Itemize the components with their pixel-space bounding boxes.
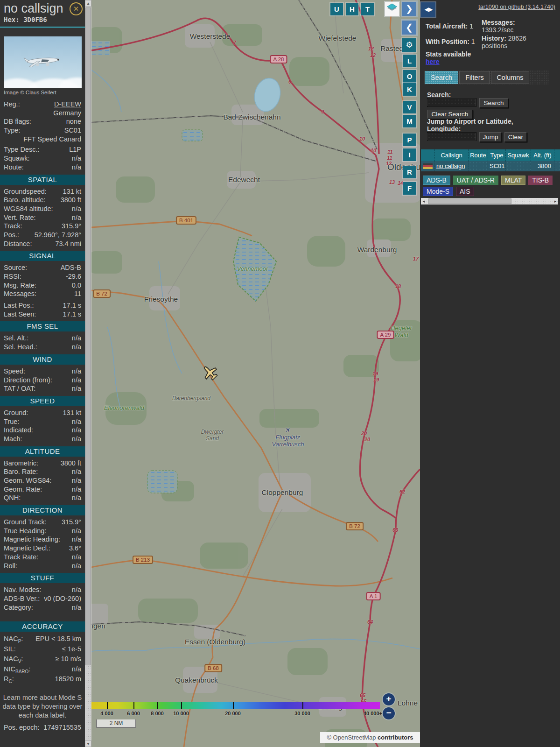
exit-number: 19 xyxy=(373,377,379,382)
map-button-f[interactable]: F xyxy=(403,182,416,195)
field-label: Messages: xyxy=(4,289,36,298)
field-value: n/a xyxy=(72,467,81,476)
map-button-k[interactable]: K xyxy=(403,83,416,96)
exit-number: 12 xyxy=(386,161,392,166)
field-row: Sel. Alt.:n/a xyxy=(0,334,85,343)
field-value: 73.4 nmi xyxy=(55,240,81,248)
field-row: True Heading:n/a xyxy=(0,527,85,536)
altitude-tick-label: 10 000 xyxy=(173,711,189,716)
map-button-r[interactable]: R xyxy=(403,166,416,178)
expand-sidebar-button[interactable]: ❯ xyxy=(402,2,416,16)
field-value[interactable]: D-EEEW xyxy=(54,100,81,109)
field-value: n/a xyxy=(72,476,81,485)
stats-here-link[interactable]: here xyxy=(426,58,440,65)
exit-number: 7 xyxy=(233,40,236,45)
osm-attribution-link[interactable]: © OpenStreetMap xyxy=(327,734,376,741)
with-position-value: 1 xyxy=(471,38,475,45)
map-button-h[interactable]: H xyxy=(346,3,358,15)
source-chip-uat-ads-r[interactable]: UAT / ADS-R xyxy=(453,176,498,185)
map-canvas[interactable]: WesterstedeWiefelstedeRastedeBad Zwische… xyxy=(91,0,420,747)
map-button-p[interactable]: P xyxy=(403,134,416,146)
map-button-u[interactable]: U xyxy=(330,3,343,15)
table-cell[interactable]: 3800 xyxy=(531,161,554,171)
source-chip-mlat[interactable]: MLAT xyxy=(501,176,525,185)
messages-label: Messages: xyxy=(482,19,515,26)
search-input[interactable] xyxy=(427,98,476,107)
exit-number: 63 xyxy=(392,527,398,533)
table-header-callsign[interactable]: Callsign xyxy=(435,149,469,161)
scroll-left-icon[interactable]: ◂ xyxy=(421,198,427,204)
table-cell[interactable]: no callsign xyxy=(435,161,469,171)
map-button-v[interactable]: V xyxy=(403,101,416,113)
field-value: n/a xyxy=(72,493,81,502)
scroll-down-icon[interactable]: ▼ xyxy=(85,740,91,747)
field-row: FFT Speed Canard xyxy=(0,135,85,144)
zoom-in-button[interactable]: + xyxy=(383,693,395,705)
map-button-i[interactable]: I xyxy=(403,148,416,161)
map-button-o[interactable]: O xyxy=(403,70,416,83)
scroll-up-icon[interactable]: ▲ xyxy=(85,0,91,7)
table-header-squawk[interactable]: Squawk xyxy=(506,149,531,161)
aircraft-photo[interactable] xyxy=(4,36,82,88)
field-value: v0 (DO-260) xyxy=(44,594,81,603)
exit-number: 64 xyxy=(367,619,373,625)
zoom-out-button[interactable]: − xyxy=(383,707,395,719)
field-label: Sel. Alt.: xyxy=(4,334,28,343)
aircraft-row-callsign[interactable]: no callsign xyxy=(436,162,465,169)
field-label: Type: xyxy=(4,126,20,135)
github-link[interactable]: tar1090 on github (3.14.1740) xyxy=(478,4,555,10)
tab-search[interactable]: Search xyxy=(425,71,458,84)
field-value: n/a xyxy=(72,204,81,213)
tab-columns[interactable]: Columns xyxy=(491,71,529,84)
field-row: Distance:73.4 nmi xyxy=(0,240,85,248)
jump-input[interactable] xyxy=(427,132,476,141)
table-cell[interactable] xyxy=(554,161,560,171)
tab-filters[interactable]: Filters xyxy=(459,71,490,84)
search-button[interactable]: Search xyxy=(479,98,508,108)
section-rows: Reg.:D-EEEWGermanyDB flags:noneType:SC01… xyxy=(0,100,85,172)
aircraft-marker[interactable] xyxy=(199,362,220,382)
table-header-route[interactable]: Route xyxy=(469,149,488,161)
sidebar-scrollbar[interactable]: ▲ ▼ xyxy=(85,0,91,747)
table-header-s[interactable]: S xyxy=(554,149,560,161)
field-row: Magnetic Decl.:3.6° xyxy=(0,544,85,553)
layers-button[interactable] xyxy=(385,2,399,16)
minus-icon: − xyxy=(386,708,391,718)
jump-button[interactable]: Jump xyxy=(479,132,502,142)
source-chip-ads-b[interactable]: ADS-B xyxy=(423,176,450,185)
source-chip-ais[interactable]: AIS xyxy=(456,187,474,196)
exit-number: 11 xyxy=(387,149,392,155)
table-cell[interactable]: SC01 xyxy=(488,161,506,171)
clear-jump-button[interactable]: Clear xyxy=(504,132,527,142)
table-header-type[interactable]: Type xyxy=(488,149,506,161)
table-cell[interactable] xyxy=(469,161,488,171)
field-row: Germany xyxy=(0,109,85,118)
field-label: Magnetic Heading: xyxy=(4,535,60,544)
table-horizontal-scrollbar[interactable]: ◂ ▸ xyxy=(421,198,558,204)
table-cell[interactable] xyxy=(421,161,435,171)
scroll-right-icon[interactable]: ▸ xyxy=(553,198,558,204)
field-value: 315.9° xyxy=(62,518,81,527)
close-icon[interactable]: ✕ xyxy=(70,2,83,15)
settings-button[interactable]: ⚙ xyxy=(402,38,416,52)
toggle-panel-button[interactable]: ◀ ▶ xyxy=(421,2,435,17)
exit-number: 20 xyxy=(361,430,367,436)
field-label: Distance: xyxy=(4,240,32,248)
road-badge: B 72 xyxy=(346,522,364,530)
map-button-t[interactable]: T xyxy=(361,3,374,15)
map-button-l[interactable]: L xyxy=(403,55,416,67)
sidebar-scroll-thumb[interactable] xyxy=(85,7,91,665)
map-button-m[interactable]: M xyxy=(403,115,416,127)
collapse-button[interactable]: ❮ xyxy=(402,21,416,35)
field-label: RSSI: xyxy=(4,272,21,281)
table-cell[interactable] xyxy=(506,161,531,171)
section-rows: Groundspeed:131 ktBaro. altitude:3800 ft… xyxy=(0,187,85,248)
field-label: Groundspeed: xyxy=(4,187,47,196)
source-chip-tis-b[interactable]: TIS-B xyxy=(528,176,553,185)
field-label: Direction (from): xyxy=(4,376,52,385)
table-scroll-thumb[interactable] xyxy=(428,198,511,204)
table-header-alt-ft-[interactable]: Alt. (ft) xyxy=(531,149,554,161)
field-value: n/a xyxy=(72,535,81,544)
source-chip-mode-s[interactable]: Mode-S xyxy=(423,187,453,196)
table-header-icon[interactable] xyxy=(421,149,435,161)
